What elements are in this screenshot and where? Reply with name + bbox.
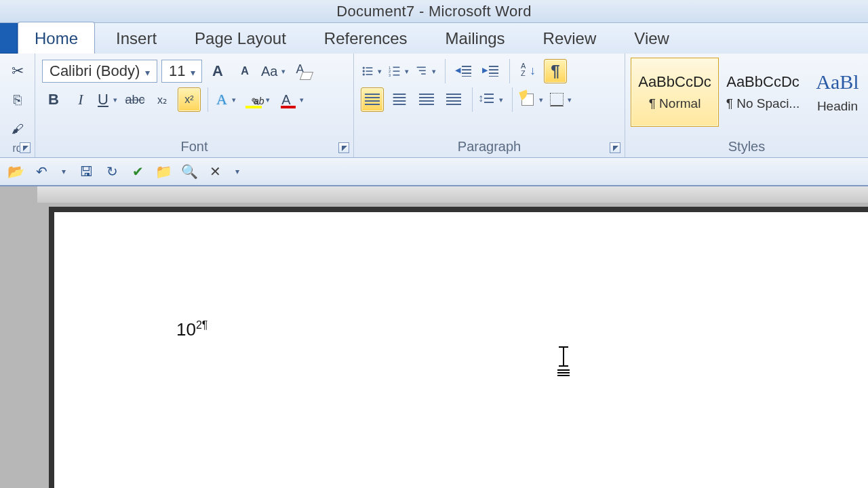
paragraph-dialog-launcher[interactable]: [610, 142, 620, 153]
tab-mailings[interactable]: Mailings: [429, 22, 522, 54]
group-styles: AaBbCcDc ¶ Normal AaBbCcDc ¶ No Spaci...…: [625, 54, 868, 157]
scissors-icon: [12, 62, 24, 80]
style-preview: AaBbCcDc: [638, 73, 711, 91]
print-preview-button[interactable]: 🔍: [179, 161, 199, 182]
change-case-icon: [261, 64, 277, 79]
tab-home[interactable]: Home: [18, 22, 95, 54]
style-name-label: ¶ No Spaci...: [726, 96, 800, 111]
window-title: Document7 - Microsoft Word: [0, 0, 868, 23]
undo-dropdown[interactable]: ▾: [57, 167, 71, 176]
cut-button[interactable]: [6, 59, 29, 83]
shading-icon: [520, 92, 535, 107]
text-superscript: 2: [196, 319, 202, 331]
multilevel-list-button[interactable]: [415, 59, 438, 83]
svg-rect-14: [421, 73, 426, 75]
chevron-down-icon: [145, 62, 150, 80]
redo-button[interactable]: ↻: [102, 161, 122, 182]
undo-button[interactable]: ↶: [31, 161, 52, 182]
bullets-icon: [361, 65, 374, 77]
styles-group-label: Styles: [625, 139, 868, 155]
line-spacing-icon: [480, 92, 495, 107]
bold-button[interactable]: [42, 87, 65, 112]
decrease-indent-button[interactable]: [452, 59, 475, 83]
spellcheck-button[interactable]: ✔: [127, 161, 148, 182]
highlight-color-swatch: [245, 106, 262, 108]
style-name-label: Headin: [817, 99, 858, 114]
style-no-spacing[interactable]: AaBbCcDc ¶ No Spaci...: [719, 58, 807, 127]
copy-icon: [14, 92, 22, 108]
ribbon: rd Calibri (Body) 11: [0, 54, 868, 158]
shrink-font-button[interactable]: [233, 59, 256, 83]
decrease-indent-icon: [456, 64, 471, 78]
borders-button[interactable]: [549, 87, 574, 112]
subscript-button[interactable]: [151, 87, 174, 112]
file-tab[interactable]: [0, 23, 18, 54]
justify-button[interactable]: [442, 87, 465, 112]
svg-rect-1: [366, 67, 373, 68]
qat-customize-dropdown[interactable]: ▾: [231, 167, 244, 176]
style-name-label: ¶ Normal: [649, 96, 701, 111]
document-page[interactable]: 102¶: [54, 212, 868, 488]
svg-rect-11: [393, 75, 400, 76]
style-preview: AaBbCcDc: [726, 73, 800, 91]
tab-view[interactable]: View: [617, 22, 686, 54]
svg-rect-13: [419, 70, 426, 71]
align-center-button[interactable]: [388, 87, 411, 112]
align-left-button[interactable]: [361, 87, 384, 112]
numbering-button[interactable]: 123: [388, 59, 411, 83]
folder-icon: 📁: [155, 163, 172, 180]
underline-button[interactable]: [96, 87, 119, 112]
close-button[interactable]: ✕: [205, 161, 225, 182]
font-name-combo[interactable]: Calibri (Body): [42, 60, 157, 83]
new-folder-button[interactable]: 📁: [153, 161, 174, 182]
save-button[interactable]: 🖫: [76, 161, 96, 182]
quick-access-toolbar: 📂 ↶ ▾ 🖫 ↻ ✔ 📁 🔍 ✕ ▾: [0, 158, 868, 186]
align-right-button[interactable]: [415, 87, 438, 112]
show-hide-button[interactable]: [544, 59, 567, 83]
font-color-swatch: [281, 106, 296, 108]
highlight-button[interactable]: [242, 87, 272, 112]
tab-insert[interactable]: Insert: [99, 22, 174, 54]
italic-icon: [78, 91, 83, 108]
clipboard-dialog-launcher[interactable]: [20, 142, 31, 153]
tab-review[interactable]: Review: [526, 22, 614, 54]
font-dialog-launcher[interactable]: [338, 142, 349, 153]
open-button[interactable]: 📂: [5, 161, 26, 182]
copy-button[interactable]: [6, 87, 29, 112]
align-right-icon: [419, 94, 434, 106]
tab-page-layout[interactable]: Page Layout: [178, 22, 303, 54]
shading-button[interactable]: [519, 87, 545, 112]
svg-point-0: [363, 66, 365, 68]
document-area: 102¶: [0, 186, 868, 488]
sort-button[interactable]: [517, 59, 540, 83]
superscript-button[interactable]: [178, 87, 201, 112]
tab-references[interactable]: References: [307, 22, 425, 54]
separator: [509, 59, 510, 83]
change-case-button[interactable]: [260, 59, 288, 83]
folder-open-icon: 📂: [7, 163, 24, 180]
superscript-icon: [184, 94, 193, 106]
ruler[interactable]: [37, 186, 868, 203]
font-color-button[interactable]: [276, 87, 306, 112]
increase-indent-button[interactable]: [479, 59, 502, 83]
grow-font-button[interactable]: [206, 59, 229, 83]
bullets-button[interactable]: [361, 59, 384, 83]
strikethrough-icon: [125, 93, 144, 107]
group-clipboard: rd: [0, 54, 35, 157]
center-align-cursor-icon: [556, 348, 571, 378]
format-painter-button[interactable]: [6, 116, 29, 140]
font-size-combo[interactable]: 11: [161, 60, 202, 83]
clear-formatting-button[interactable]: [292, 59, 315, 83]
style-preview: AaBl: [816, 70, 859, 94]
justify-icon: [446, 94, 461, 106]
document-text[interactable]: 102¶: [176, 319, 208, 340]
italic-button[interactable]: [69, 87, 92, 112]
strikethrough-button[interactable]: [123, 87, 146, 112]
text-effects-button[interactable]: [215, 87, 238, 112]
paragraph-mark: ¶: [202, 319, 208, 331]
line-spacing-button[interactable]: [479, 87, 505, 112]
underline-icon: [98, 91, 108, 108]
style-normal[interactable]: AaBbCcDc ¶ Normal: [631, 58, 719, 127]
font-group-label: Font: [35, 139, 353, 155]
style-heading1[interactable]: AaBl Headin: [807, 58, 868, 127]
